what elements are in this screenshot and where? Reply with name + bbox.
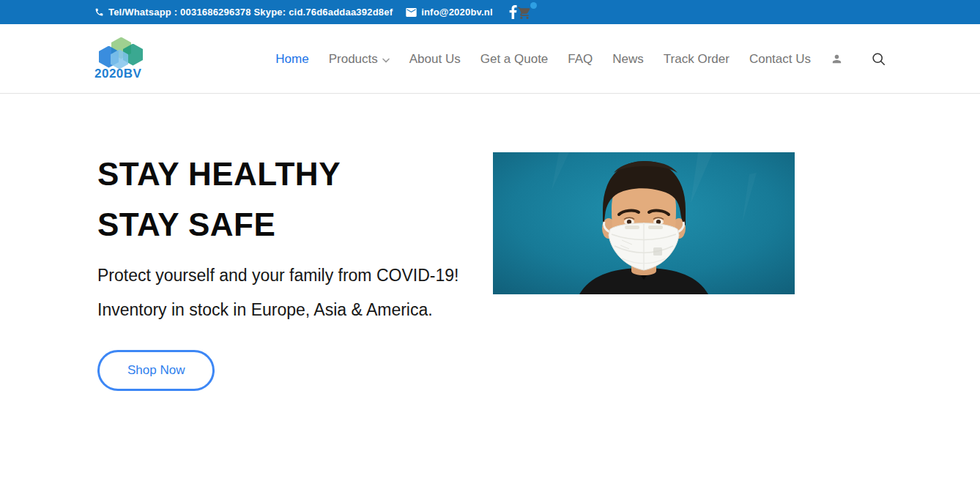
nav-item-get-a-quote[interactable]: Get a Quote xyxy=(480,52,549,67)
site-header: 2020BV Home Products About Us Get a Quot… xyxy=(0,24,980,94)
envelope-icon xyxy=(406,8,417,17)
topbar: Tel/Whatsapp : 0031686296378 Skype: cid.… xyxy=(0,0,980,24)
hero-image-man-with-mask xyxy=(493,152,795,294)
hero-heading: STAY HEALTHY STAY SAFE xyxy=(97,158,490,241)
site-logo[interactable]: 2020BV xyxy=(94,37,153,81)
hero-paragraph-2: Inventory in stock in Europe, Asia & Ame… xyxy=(97,300,490,321)
chevron-down-icon xyxy=(382,52,390,67)
topbar-email-group[interactable]: info@2020bv.nl xyxy=(406,7,493,18)
nav-item-home[interactable]: Home xyxy=(275,52,308,67)
account-icon[interactable] xyxy=(831,53,843,65)
nav-item-news[interactable]: News xyxy=(612,52,644,67)
logo-text: 2020BV xyxy=(94,67,141,81)
search-icon[interactable] xyxy=(872,52,886,66)
nav-item-products[interactable]: Products xyxy=(329,52,390,67)
nav-item-contact-us[interactable]: Contact Us xyxy=(749,52,811,67)
phone-icon xyxy=(94,7,104,17)
cart-badge xyxy=(530,2,537,9)
nav-item-faq[interactable]: FAQ xyxy=(568,52,593,67)
shop-now-button[interactable]: Shop Now xyxy=(97,350,215,391)
hero-copy: Protect yourself and your family from CO… xyxy=(97,266,490,320)
logo-hexagons-icon xyxy=(99,37,147,68)
main-nav: Home Products About Us Get a Quote FAQ N… xyxy=(275,52,886,67)
topbar-contact-group: Tel/Whatsapp : 0031686296378 Skype: cid.… xyxy=(94,5,536,19)
topbar-contact-text: Tel/Whatsapp : 0031686296378 Skype: cid.… xyxy=(108,7,393,18)
facebook-icon[interactable] xyxy=(509,5,517,19)
hero-paragraph-1: Protect yourself and your family from CO… xyxy=(97,266,490,286)
hero-section: STAY HEALTHY STAY SAFE Protect yourself … xyxy=(0,94,980,391)
topbar-email-text: info@2020bv.nl xyxy=(421,7,493,18)
hero-heading-line1: STAY HEALTHY xyxy=(97,158,490,190)
hero-text-column: STAY HEALTHY STAY SAFE Protect yourself … xyxy=(94,158,490,391)
cart-icon[interactable] xyxy=(517,6,532,19)
nav-item-about-us[interactable]: About Us xyxy=(409,52,461,67)
hero-heading-line2: STAY SAFE xyxy=(97,209,490,241)
nav-item-track-order[interactable]: Track Order xyxy=(664,52,730,67)
